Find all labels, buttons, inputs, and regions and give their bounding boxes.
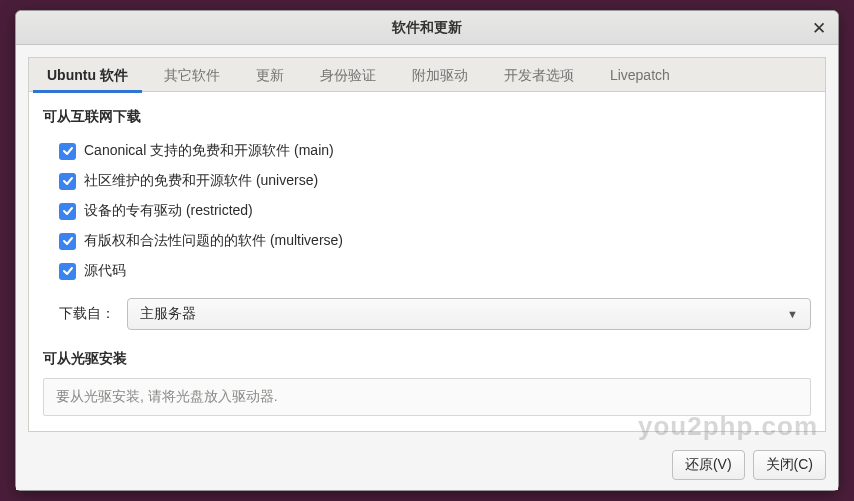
checkbox-source-label: 源代码	[84, 262, 126, 280]
revert-button[interactable]: 还原(V)	[672, 450, 745, 480]
checkbox-multiverse-icon[interactable]	[59, 233, 76, 250]
tab-developer-options[interactable]: 开发者选项	[486, 58, 592, 92]
cd-install-placeholder: 要从光驱安装, 请将光盘放入驱动器.	[43, 378, 811, 416]
checkbox-restricted-icon[interactable]	[59, 203, 76, 220]
download-server-combobox[interactable]: 主服务器 ▼	[127, 298, 811, 330]
tab-bar: Ubuntu 软件 其它软件 更新 身份验证 附加驱动 开发者选项 Livepa…	[28, 57, 826, 91]
tab-other-software[interactable]: 其它软件	[146, 58, 238, 92]
cd-section-title: 可从光驱安装	[43, 350, 811, 368]
checkbox-universe-label: 社区维护的免费和开源软件 (universe)	[84, 172, 318, 190]
checkbox-main-label: Canonical 支持的免费和开源软件 (main)	[84, 142, 334, 160]
tab-additional-drivers[interactable]: 附加驱动	[394, 58, 486, 92]
software-updates-window: 软件和更新 ✕ Ubuntu 软件 其它软件 更新 身份验证 附加驱动 开发者选…	[15, 10, 839, 491]
download-server-selected: 主服务器	[140, 305, 196, 323]
close-button[interactable]: 关闭(C)	[753, 450, 826, 480]
checkbox-multiverse-label: 有版权和合法性问题的的软件 (multiverse)	[84, 232, 343, 250]
checkbox-universe-icon[interactable]	[59, 173, 76, 190]
checkbox-row-universe[interactable]: 社区维护的免费和开源软件 (universe)	[59, 166, 811, 196]
dialog-footer: 还原(V) 关闭(C)	[16, 444, 838, 490]
checkbox-restricted-label: 设备的专有驱动 (restricted)	[84, 202, 253, 220]
internet-sources-list: Canonical 支持的免费和开源软件 (main) 社区维护的免费和开源软件…	[59, 136, 811, 286]
download-from-row: 下载自： 主服务器 ▼	[59, 298, 811, 330]
download-from-label: 下载自：	[59, 305, 115, 323]
tab-authentication[interactable]: 身份验证	[302, 58, 394, 92]
tab-content: 可从互联网下载 Canonical 支持的免费和开源软件 (main) 社区维护…	[28, 91, 826, 432]
tab-ubuntu-software[interactable]: Ubuntu 软件	[29, 58, 146, 92]
close-icon[interactable]: ✕	[808, 17, 830, 39]
cd-placeholder-text: 要从光驱安装, 请将光盘放入驱动器.	[56, 388, 278, 406]
checkbox-row-multiverse[interactable]: 有版权和合法性问题的的软件 (multiverse)	[59, 226, 811, 256]
checkbox-row-main[interactable]: Canonical 支持的免费和开源软件 (main)	[59, 136, 811, 166]
internet-section-title: 可从互联网下载	[43, 108, 811, 126]
tab-livepatch[interactable]: Livepatch	[592, 58, 688, 92]
checkbox-row-source[interactable]: 源代码	[59, 256, 811, 286]
checkbox-source-icon[interactable]	[59, 263, 76, 280]
chevron-down-icon: ▼	[787, 308, 798, 320]
tab-updates[interactable]: 更新	[238, 58, 302, 92]
checkbox-row-restricted[interactable]: 设备的专有驱动 (restricted)	[59, 196, 811, 226]
tabs-container: Ubuntu 软件 其它软件 更新 身份验证 附加驱动 开发者选项 Livepa…	[16, 45, 838, 91]
window-title: 软件和更新	[392, 19, 462, 37]
checkbox-main-icon[interactable]	[59, 143, 76, 160]
titlebar: 软件和更新 ✕	[16, 11, 838, 45]
